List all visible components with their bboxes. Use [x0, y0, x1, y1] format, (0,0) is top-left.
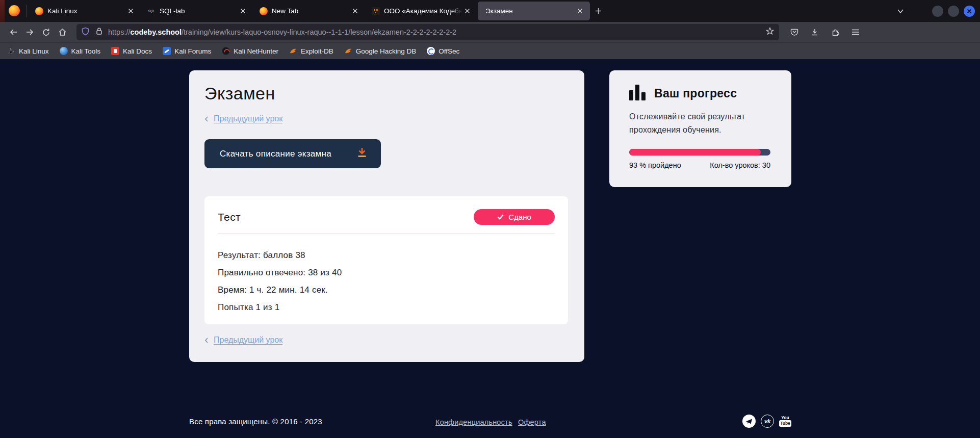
passed-badge-label: Сдано: [508, 213, 531, 221]
sql-favicon-icon: SQL: [147, 7, 156, 15]
kali-tools-icon: [60, 47, 68, 55]
bookmark-exploit-db[interactable]: Exploit-DB: [289, 47, 333, 55]
test-result-card: Тест Сдано Результат: баллов 38 Правильн…: [204, 196, 568, 324]
home-icon[interactable]: [54, 24, 70, 40]
tab-close-icon[interactable]: [350, 6, 360, 16]
progress-bar-fill: [629, 149, 761, 156]
progress-title: Ваш прогресс: [654, 87, 737, 100]
bookmark-google-hacking-db[interactable]: Google Hacking DB: [344, 47, 417, 55]
new-tab-button[interactable]: [590, 3, 606, 18]
pocket-icon[interactable]: [786, 24, 803, 40]
youtube-icon[interactable]: You Tube: [779, 416, 791, 427]
bookmark-label: Kali Linux: [19, 47, 49, 55]
tab-title: Экзамен: [485, 7, 575, 15]
offsec-icon: [427, 47, 435, 55]
passed-badge: Сдано: [474, 209, 555, 225]
telegram-icon[interactable]: [742, 415, 756, 428]
bookmark-kali-forums[interactable]: Kali Forums: [163, 47, 211, 55]
bookmarks-toolbar: Kali Linux Kali Tools Kali Docs Kali For…: [0, 42, 980, 59]
bookmark-kali-docs[interactable]: Kali Docs: [111, 47, 152, 55]
kali-forums-icon: [163, 47, 171, 55]
chevron-left-icon: [204, 337, 209, 344]
bookmark-star-icon[interactable]: [766, 27, 774, 37]
progress-percent-label: 93 % пройдено: [629, 161, 681, 169]
lock-icon[interactable]: [95, 27, 103, 37]
tab-close-icon[interactable]: [462, 6, 472, 16]
codeby-favicon-icon: [372, 7, 380, 15]
tab-bar: Kali Linux SQL SQL-lab New Tab ООО «Акад…: [0, 0, 980, 22]
page-title: Экзамен: [204, 84, 569, 104]
firefox-icon: [9, 5, 20, 16]
bookmark-label: Exploit-DB: [301, 47, 333, 55]
social-links: vk You Tube: [742, 415, 791, 428]
result-correct-line: Правильно отвечено: 38 из 40: [218, 268, 555, 278]
url-bar[interactable]: https://codeby.school/training/view/kurs…: [76, 24, 779, 40]
tab-close-icon[interactable]: [125, 6, 136, 16]
test-title: Тест: [218, 211, 241, 223]
extensions-puzzle-icon[interactable]: [827, 24, 843, 40]
window-edge-decoration: [0, 0, 5, 22]
tab-ekzamen-active[interactable]: Экзамен: [478, 2, 590, 20]
previous-lesson-link-bottom[interactable]: Предыдущий урок: [204, 336, 569, 345]
firefox-favicon-icon: [260, 7, 268, 15]
result-time-line: Время: 1 ч. 22 мин. 14 сек.: [218, 285, 555, 295]
privacy-link[interactable]: Конфиденциальность: [435, 418, 512, 426]
menu-hamburger-icon[interactable]: [847, 24, 864, 40]
bookmark-label: Google Hacking DB: [356, 47, 417, 55]
google-hacking-db-bird-icon: [344, 47, 352, 55]
downloads-icon[interactable]: [807, 24, 823, 40]
vk-icon[interactable]: vk: [761, 415, 774, 428]
download-button-label: Скачать описание экзамна: [220, 149, 356, 159]
chevron-left-icon: [204, 116, 209, 122]
result-attempt-line: Попытка 1 из 1: [218, 302, 555, 313]
bookmark-label: Kali NetHunter: [234, 47, 278, 55]
download-exam-description-button[interactable]: Скачать описание экзамна: [204, 139, 381, 168]
kali-dragon-icon: [7, 47, 15, 55]
forward-icon[interactable]: [21, 24, 38, 40]
tab-title: New Tab: [272, 7, 350, 15]
tab-title: ООО «Академия Кодеба: [384, 7, 462, 15]
tracking-shield-icon[interactable]: [82, 27, 89, 38]
tab-separator: [26, 5, 27, 17]
tab-close-icon[interactable]: [238, 6, 248, 16]
offer-link[interactable]: Оферта: [518, 418, 546, 426]
bar-chart-icon: [629, 85, 646, 100]
minimize-button[interactable]: [932, 6, 943, 17]
url-text: https://codeby.school/training/view/kurs…: [108, 28, 766, 36]
progress-description: Отслеживайте свой результат прохождения …: [629, 110, 757, 137]
bookmark-label: Kali Docs: [123, 47, 152, 55]
tab-codeby-academy[interactable]: ООО «Академия Кодеба: [365, 0, 477, 22]
tab-kali-linux[interactable]: Kali Linux: [29, 0, 141, 22]
progress-card: Ваш прогресс Отслеживайте свой результат…: [609, 70, 791, 187]
tab-new-tab[interactable]: New Tab: [253, 0, 365, 22]
tab-title: SQL-lab: [160, 7, 238, 15]
reload-icon[interactable]: [38, 24, 54, 40]
bookmark-offsec[interactable]: OffSec: [427, 47, 459, 55]
maximize-button[interactable]: [948, 6, 959, 17]
download-arrow-icon: [356, 146, 368, 161]
list-all-tabs-button[interactable]: [897, 9, 904, 14]
bookmark-kali-linux[interactable]: Kali Linux: [7, 47, 49, 55]
back-icon[interactable]: [5, 24, 21, 40]
bookmark-kali-tools[interactable]: Kali Tools: [60, 47, 101, 55]
bookmark-kali-nethunter[interactable]: Kali NetHunter: [222, 47, 278, 55]
close-window-button[interactable]: [964, 6, 975, 17]
tab-sql-lab[interactable]: SQL SQL-lab: [141, 0, 253, 22]
progress-bar: [629, 149, 770, 156]
result-score-line: Результат: баллов 38: [218, 250, 555, 261]
tab-close-icon[interactable]: [575, 6, 585, 16]
page-viewport: Экзамен Предыдущий урок Скачать описание…: [0, 59, 980, 438]
check-icon: [497, 214, 504, 220]
kali-nethunter-icon: [222, 47, 230, 55]
bookmark-label: OffSec: [439, 47, 459, 55]
lessons-count-label: Кол-во уроков: 30: [710, 161, 770, 169]
previous-lesson-label[interactable]: Предыдущий урок: [214, 114, 282, 123]
bookmark-label: Kali Tools: [71, 47, 101, 55]
exam-card: Экзамен Предыдущий урок Скачать описание…: [189, 70, 584, 362]
divider: [218, 234, 555, 234]
firefox-favicon-icon: [35, 7, 43, 15]
kali-docs-icon: [111, 47, 119, 55]
previous-lesson-label[interactable]: Предыдущий урок: [214, 336, 282, 345]
exploit-db-bird-icon: [289, 47, 297, 55]
previous-lesson-link-top[interactable]: Предыдущий урок: [204, 114, 569, 123]
